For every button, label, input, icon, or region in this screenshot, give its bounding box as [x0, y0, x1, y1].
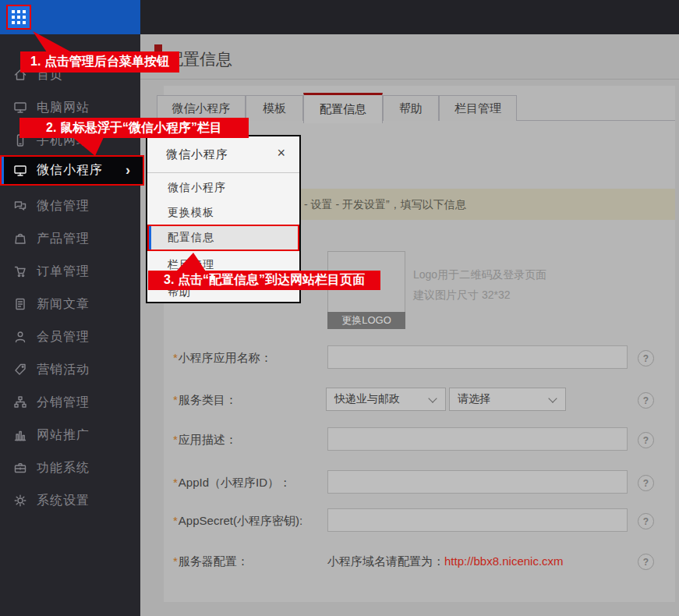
appsecret-input[interactable] — [327, 508, 628, 532]
callout3-arrow — [173, 250, 209, 271]
help-icon[interactable]: ? — [638, 554, 654, 570]
help-icon[interactable]: ? — [638, 392, 654, 409]
sidebar-item-wechat-manage[interactable]: 微信管理 — [0, 189, 140, 222]
document-icon — [13, 297, 27, 311]
service-category-select-1[interactable]: 快递业与邮政 — [326, 388, 446, 411]
sidebar-item-label: 功能系统 — [37, 460, 90, 476]
sidebar-item-label: 微信小程序 — [37, 162, 103, 179]
sidebar-item-system-settings[interactable]: 系统设置 — [0, 484, 140, 517]
sidebar-item-site-promotion[interactable]: 网站推广 — [0, 419, 140, 451]
server-config-text: 小程序域名请配置为：http://bbx8.nicenic.cxm — [327, 554, 564, 569]
callout-step2: 2. 鼠标悬浮于“微信小程序”栏目 — [19, 118, 249, 138]
cart-icon — [13, 264, 27, 278]
select-value: 请选择 — [458, 392, 490, 406]
topbar — [140, 0, 679, 34]
required-marker: * — [173, 393, 178, 406]
chat-icon — [13, 199, 27, 213]
tab-label: 微信小程序 — [172, 101, 231, 116]
required-marker: * — [173, 554, 178, 568]
sidebar-item-label: 网站推广 — [37, 427, 90, 444]
sidebar-item-orders[interactable]: 订单管理 — [0, 255, 140, 288]
grid-menu-icon — [12, 10, 26, 24]
active-indicator — [149, 226, 151, 250]
sidebar-item-label: 产品管理 — [37, 231, 90, 247]
sidebar-item-wechat-miniprogram-active[interactable]: 微信小程序 › — [0, 155, 144, 186]
chevron-down-icon — [428, 394, 437, 402]
field-label-app-description: *应用描述： — [173, 433, 237, 448]
sidebar-item-distribution[interactable]: 分销管理 — [0, 386, 140, 419]
required-marker: * — [173, 514, 178, 527]
admin-backend-screen: 首页 电脑网站 手机网站 微信小程序 › 微信管理 产品管理 订单管理 新闻文章… — [0, 0, 679, 616]
callout-step1: 1. 点击管理后台菜单按钮 — [20, 51, 179, 73]
logo-hint-line1: Logo用于二维码及登录页面 — [413, 268, 546, 282]
dropdown-item-wechat-miniprogram[interactable]: 微信小程序 — [168, 181, 226, 196]
notice-text: - 设置 - 开发设置”，填写以下信息 — [304, 198, 466, 212]
field-label-service-category: *服务类目： — [173, 393, 237, 408]
monitor-icon — [13, 164, 27, 178]
field-label-appid: *AppId（小程序ID）： — [173, 476, 291, 490]
tab-help[interactable]: 帮助 — [383, 95, 439, 121]
tab-label: 配置信息 — [320, 102, 366, 117]
service-category-select-2[interactable]: 请选择 — [449, 388, 566, 411]
help-icon[interactable]: ? — [638, 432, 654, 448]
sidebar-item-news[interactable]: 新闻文章 — [0, 288, 140, 320]
sidebar-item-label: 会员管理 — [37, 329, 90, 345]
bar-chart-icon — [13, 428, 27, 442]
callout2-arrow — [70, 137, 108, 158]
sidebar-item-label: 系统设置 — [37, 493, 90, 509]
sidebar-item-label: 新闻文章 — [37, 296, 90, 313]
sidebar-item-label: 电脑网站 — [37, 100, 90, 116]
change-logo-button[interactable]: 更换LOGO — [327, 312, 405, 329]
dropdown-item-config-info-highlighted[interactable]: 配置信息 — [147, 225, 299, 251]
close-icon[interactable]: × — [277, 145, 285, 161]
logo-hint-line2: 建议图片尺寸 32*32 — [413, 289, 510, 303]
user-icon — [13, 330, 27, 344]
briefcase-icon — [13, 461, 27, 475]
select-value: 快递业与邮政 — [334, 392, 400, 406]
help-icon[interactable]: ? — [638, 513, 654, 529]
tab-config-info-active[interactable]: 配置信息 — [303, 93, 383, 123]
sidebar-item-label: 订单管理 — [37, 264, 90, 280]
chevron-down-icon — [548, 394, 557, 402]
dropdown-item-label: 配置信息 — [168, 231, 214, 245]
sidebar-item-label: 分销管理 — [37, 395, 90, 411]
tab-label: 模板 — [263, 101, 286, 116]
divider — [147, 172, 299, 173]
gear-icon — [13, 494, 27, 508]
app-description-input[interactable] — [327, 427, 628, 451]
sidebar-item-label: 微信管理 — [37, 198, 90, 214]
callout1-arrow — [28, 30, 72, 53]
tab-label: 帮助 — [399, 101, 423, 116]
help-icon[interactable]: ? — [638, 475, 654, 491]
sidebar-item-label: 营销活动 — [37, 362, 90, 378]
tab-column-manage[interactable]: 栏目管理 — [439, 95, 517, 121]
chevron-right-icon: › — [126, 162, 130, 179]
field-label-appsecret: *AppSecret(小程序密钥): — [173, 514, 302, 529]
desktop-icon — [13, 101, 27, 115]
tab-template[interactable]: 模板 — [246, 95, 303, 121]
sitemap-icon — [13, 395, 27, 409]
bag-icon — [13, 232, 27, 246]
tab-label: 栏目管理 — [454, 101, 501, 116]
required-marker: * — [173, 433, 178, 446]
appid-input[interactable] — [327, 470, 628, 494]
sidebar-item-members[interactable]: 会员管理 — [0, 320, 140, 353]
apps-menu-button[interactable] — [6, 5, 31, 30]
dropdown-title: 微信小程序 — [166, 147, 228, 162]
divider — [140, 79, 679, 80]
help-icon[interactable]: ? — [638, 350, 654, 366]
required-marker: * — [173, 351, 178, 364]
sidebar-item-products[interactable]: 产品管理 — [0, 222, 140, 255]
sidebar-item-marketing[interactable]: 营销活动 — [0, 353, 140, 386]
required-marker: * — [173, 476, 178, 489]
tag-icon — [13, 363, 27, 377]
dropdown-item-change-template[interactable]: 更换模板 — [168, 206, 214, 221]
field-label-server-config: *服务器配置： — [173, 554, 249, 569]
app-name-input[interactable] — [327, 345, 628, 369]
field-label-app-name: *小程序应用名称： — [173, 351, 272, 366]
active-indicator — [2, 157, 4, 184]
callout-step3: 3. 点击“配置信息”到达网站栏目页面 — [148, 271, 380, 290]
sidebar-item-function-system[interactable]: 功能系统 — [0, 451, 140, 484]
domain-link[interactable]: http://bbx8.nicenic.cxm — [444, 554, 564, 568]
